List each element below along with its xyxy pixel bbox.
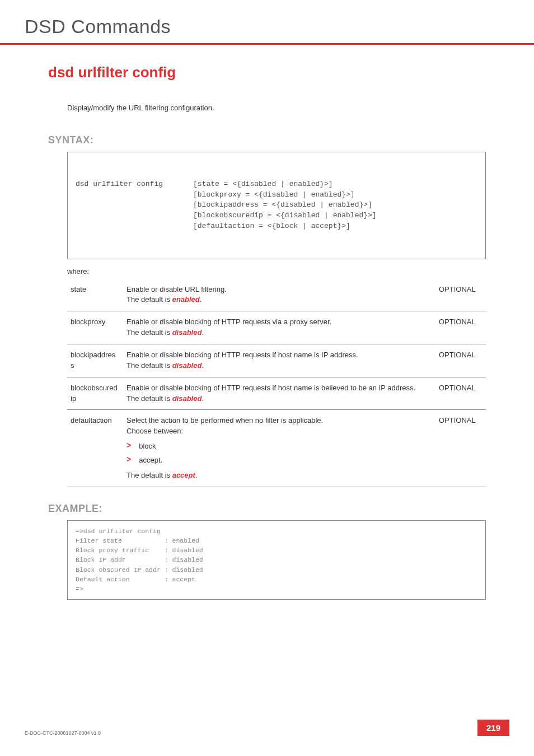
param-desc-text: Enable or disable blocking of HTTP reque…: [127, 318, 331, 337]
param-row: blockipaddressEnable or disable blocking…: [67, 344, 486, 377]
content: dsd urlfilter config Display/modify the …: [0, 45, 534, 600]
bullet-text: block: [139, 441, 156, 452]
param-desc-text: Enable or disable blocking of HTTP reque…: [127, 384, 415, 403]
page-header: DSD Commands: [0, 0, 534, 45]
chapter-title: DSD Commands: [25, 16, 509, 38]
command-title: dsd urlfilter config: [48, 64, 486, 81]
example-box: =>dsd urlfilter config Filter state : en…: [67, 520, 486, 600]
syntax-args: [state = <{disabled | enabled}>] [blockp…: [193, 179, 377, 232]
param-name: state: [67, 279, 123, 311]
bullet-item: >block: [127, 441, 430, 452]
doc-id: E-DOC-CTC-20061027-0004 v1.0: [25, 730, 101, 736]
param-name: blockproxy: [67, 311, 123, 344]
param-name: blockobscuredip: [67, 377, 123, 410]
param-row: stateEnable or disable URL filtering. Th…: [67, 279, 486, 311]
syntax-box: dsd urlfilter config [state = <{disabled…: [67, 152, 486, 259]
param-default: enabled: [172, 295, 200, 304]
example-label: EXAMPLE:: [48, 503, 486, 515]
param-desc-text: Enable or disable blocking of HTTP reque…: [127, 351, 358, 370]
bullet-item: >accept.: [127, 455, 430, 466]
param-desc: Enable or disable blocking of HTTP reque…: [123, 311, 435, 344]
param-row: blockobscuredipEnable or disable blockin…: [67, 377, 486, 410]
param-name: blockipaddress: [67, 344, 123, 377]
param-optional: OPTIONAL: [435, 377, 486, 410]
param-after: The default is accept.: [127, 470, 430, 481]
param-desc-text: Select the action to be performed when n…: [127, 416, 323, 435]
param-optional: OPTIONAL: [435, 279, 486, 311]
param-optional: OPTIONAL: [435, 311, 486, 344]
param-desc: Enable or disable blocking of HTTP reque…: [123, 377, 435, 410]
param-default: disabled: [172, 394, 202, 403]
param-table: stateEnable or disable URL filtering. Th…: [67, 279, 486, 487]
param-default: disabled: [172, 361, 202, 370]
chevron-right-icon: >: [127, 455, 131, 463]
command-description: Display/modify the URL filtering configu…: [67, 104, 486, 112]
where-label: where:: [67, 267, 486, 276]
param-default: disabled: [172, 328, 202, 337]
param-name: defaultaction: [67, 410, 123, 487]
chevron-right-icon: >: [127, 441, 131, 449]
param-row: blockproxyEnable or disable blocking of …: [67, 311, 486, 344]
param-default: accept: [172, 471, 195, 479]
param-row: defaultactionSelect the action to be per…: [67, 410, 486, 487]
page-number-badge: 219: [477, 720, 509, 736]
syntax-label: SYNTAX:: [48, 134, 486, 146]
param-optional: OPTIONAL: [435, 410, 486, 487]
footer: E-DOC-CTC-20061027-0004 v1.0 219: [25, 720, 509, 736]
param-desc: Enable or disable blocking of HTTP reque…: [123, 344, 435, 377]
bullet-list: >block>accept.: [127, 441, 430, 466]
param-desc: Enable or disable URL filtering. The def…: [123, 279, 435, 311]
param-desc: Select the action to be performed when n…: [123, 410, 435, 487]
syntax-cmd: dsd urlfilter config: [76, 179, 193, 232]
param-optional: OPTIONAL: [435, 344, 486, 377]
bullet-text: accept.: [139, 455, 162, 466]
